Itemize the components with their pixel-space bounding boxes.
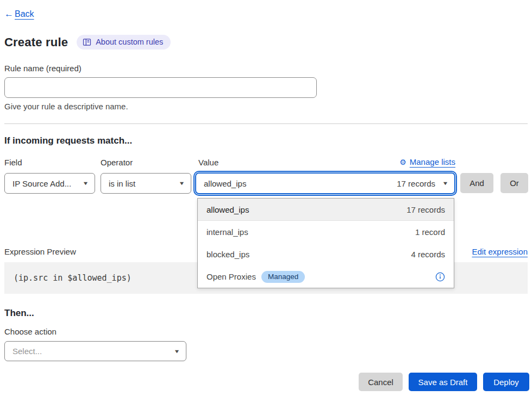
chevron-down-icon: ▼ <box>179 181 185 186</box>
edit-expression-link[interactable]: Edit expression <box>472 247 528 256</box>
expression-code: (ip.src in $allowed_ips) <box>4 273 132 283</box>
field-select[interactable]: IP Source Add... ▼ <box>4 173 95 194</box>
about-custom-rules-link[interactable]: About custom rules <box>77 35 171 50</box>
deploy-button[interactable]: Deploy <box>483 373 529 391</box>
list-option-open-proxies[interactable]: Open Proxies Managed <box>198 265 454 288</box>
book-icon <box>83 38 91 46</box>
then-section-heading: Then... <box>4 308 34 319</box>
list-option-record-count: 17 records <box>406 205 445 214</box>
operator-column-label: Operator <box>101 158 133 167</box>
list-option-internal-ips[interactable]: internal_ips 1 record <box>198 221 454 243</box>
field-select-value: IP Source Add... <box>12 179 71 188</box>
cancel-button[interactable]: Cancel <box>359 373 403 391</box>
list-option-name: internal_ips <box>206 227 248 237</box>
title-row: Create rule About custom rules <box>4 35 171 50</box>
value-column-label: Value <box>198 158 218 167</box>
list-option-blocked-ips[interactable]: blocked_ips 4 records <box>198 243 454 265</box>
rule-name-input[interactable] <box>4 77 317 98</box>
managed-badge: Managed <box>261 271 305 283</box>
section-divider <box>4 123 528 124</box>
chevron-down-icon: ▼ <box>442 181 449 186</box>
value-select-record-count: 17 records <box>397 179 435 188</box>
about-custom-rules-label: About custom rules <box>96 38 163 46</box>
rule-name-label: Rule name (required) <box>4 64 82 73</box>
create-rule-page: ← Back Create rule About custom rules Ru… <box>0 0 532 402</box>
back-arrow-icon: ← <box>4 9 14 20</box>
list-option-allowed-ips[interactable]: allowed_ips 17 records <box>198 199 454 221</box>
choose-action-label: Choose action <box>4 327 57 336</box>
list-option-name: Open Proxies <box>206 272 256 281</box>
match-section-heading: If incoming requests match... <box>4 135 132 146</box>
back-link-label: Back <box>15 9 34 19</box>
value-select-value: allowed_ips <box>204 179 246 188</box>
value-select[interactable]: allowed_ips 17 records ▼ <box>195 172 455 194</box>
back-link[interactable]: ← Back <box>4 9 34 20</box>
operator-select[interactable]: is in list ▼ <box>101 173 191 194</box>
page-title: Create rule <box>4 35 68 50</box>
manage-lists-link[interactable]: ⚙ Manage lists <box>399 157 455 166</box>
action-select[interactable]: Select... ▼ <box>4 341 186 361</box>
action-select-placeholder: Select... <box>12 347 42 356</box>
list-option-record-count: 1 record <box>415 227 445 237</box>
chevron-down-icon: ▼ <box>83 181 89 186</box>
list-option-name: blocked_ips <box>206 250 249 259</box>
gear-icon: ⚙ <box>399 158 406 166</box>
info-icon[interactable] <box>435 272 445 282</box>
chevron-down-icon: ▼ <box>174 349 180 354</box>
field-column-label: Field <box>4 158 22 167</box>
list-option-name: allowed_ips <box>206 205 249 214</box>
and-button[interactable]: And <box>460 173 493 193</box>
list-dropdown-menu: allowed_ips 17 records internal_ips 1 re… <box>197 198 454 288</box>
expression-preview-label: Expression Preview <box>4 247 76 256</box>
list-option-record-count: 4 records <box>411 250 445 259</box>
rule-name-helper-text: Give your rule a descriptive name. <box>4 102 128 111</box>
operator-select-value: is in list <box>109 179 135 188</box>
manage-lists-label: Manage lists <box>410 157 455 166</box>
or-button[interactable]: Or <box>500 173 528 193</box>
save-as-draft-button[interactable]: Save as Draft <box>409 373 477 391</box>
